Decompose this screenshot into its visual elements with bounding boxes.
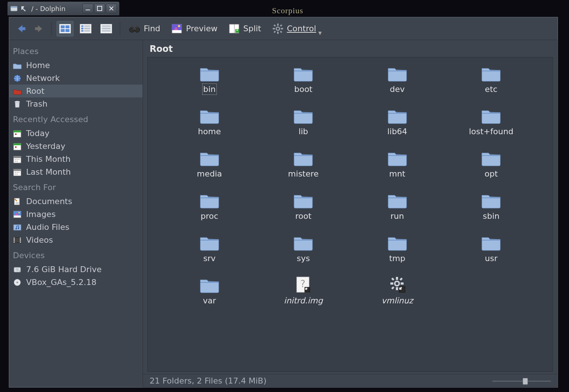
file-item-label: sys	[297, 254, 310, 263]
view-compact-button[interactable]	[77, 21, 94, 36]
sidebar-item-images[interactable]: Images	[9, 208, 143, 221]
sidebar-item-trash[interactable]: Trash	[9, 97, 143, 110]
audio-icon	[13, 223, 22, 231]
folder-icon	[481, 65, 501, 82]
svg-rect-23	[273, 24, 276, 26]
file-item[interactable]: opt	[458, 149, 524, 178]
file-item-label: opt	[484, 169, 498, 178]
file-item[interactable]: sbin	[458, 192, 524, 221]
svg-rect-51	[15, 202, 19, 203]
file-item[interactable]: var	[176, 276, 243, 305]
svg-rect-82	[391, 278, 394, 281]
file-view[interactable]: binbootdevetchomeliblib64lost+foundmedia…	[147, 57, 553, 372]
trash-icon	[13, 100, 22, 108]
file-item[interactable]: tmp	[364, 234, 430, 263]
svg-rect-78	[396, 277, 398, 280]
view-icons-button[interactable]	[57, 21, 74, 36]
location-header: Root	[143, 40, 558, 57]
toolbar-divider	[51, 22, 51, 35]
constellation-label: Scorpius	[272, 6, 303, 15]
file-item[interactable]: proc	[176, 192, 243, 221]
file-item[interactable]: srv	[176, 234, 243, 263]
split-icon	[229, 23, 240, 34]
sidebar-item-this-month[interactable]: This Month	[9, 153, 143, 165]
sidebar-item-7-6-gib-hard-drive[interactable]: 7.6 GiB Hard Drive	[9, 263, 143, 276]
file-item[interactable]: sys	[270, 234, 336, 263]
file-item[interactable]: bin	[176, 65, 243, 94]
svg-rect-46	[17, 172, 18, 173]
zoom-slider[interactable]	[492, 378, 551, 384]
folder-icon	[293, 234, 314, 251]
file-item-label: etc	[485, 85, 497, 94]
file-item[interactable]: mnt	[364, 149, 430, 178]
svg-rect-57	[14, 225, 21, 230]
svg-rect-38	[15, 159, 16, 160]
file-item[interactable]: home	[176, 107, 243, 136]
svg-rect-63	[14, 238, 15, 239]
file-item[interactable]: mistere	[270, 149, 336, 178]
maximize-button[interactable]	[94, 4, 105, 13]
sidebar-item-label: Videos	[26, 235, 53, 245]
sidebar-item-label: VBox_GAs_5.2.18	[26, 278, 96, 287]
forward-button[interactable]	[32, 22, 46, 35]
network-globe-icon	[13, 74, 22, 82]
file-item[interactable]: media	[176, 149, 243, 178]
svg-rect-48	[15, 174, 16, 175]
file-item[interactable]: lost+found	[458, 107, 524, 136]
window-titlebar[interactable]: / - Dolphin	[7, 1, 119, 15]
svg-rect-40	[18, 159, 19, 160]
svg-rect-41	[15, 161, 16, 162]
svg-rect-45	[15, 172, 16, 173]
calendar-day-icon	[13, 142, 22, 150]
file-item[interactable]: usr	[458, 234, 524, 263]
split-button[interactable]: Split	[225, 21, 265, 36]
pin-icon[interactable]	[19, 4, 28, 13]
file-item[interactable]: dev	[364, 65, 430, 94]
sidebar-item-root[interactable]: Root	[9, 85, 143, 97]
file-item-label: tmp	[389, 254, 405, 263]
file-item[interactable]: lib	[270, 107, 336, 136]
sidebar-item-videos[interactable]: Videos	[9, 234, 143, 246]
close-button[interactable]	[106, 4, 117, 13]
file-item[interactable]: vmlinuz	[364, 276, 430, 305]
svg-rect-19	[277, 24, 279, 26]
sidebar-item-audio-files[interactable]: Audio Files	[9, 221, 143, 234]
svg-rect-20	[277, 32, 279, 34]
svg-point-56	[18, 212, 20, 213]
sidebar-item-last-month[interactable]: Last Month	[9, 165, 143, 178]
file-item[interactable]: run	[364, 192, 430, 221]
sidebar-item-network[interactable]: Network	[9, 72, 143, 85]
sidebar-item-yesterday[interactable]: Yesterday	[9, 140, 143, 153]
sidebar-item-label: Last Month	[26, 167, 71, 177]
file-item[interactable]: boot	[270, 65, 336, 94]
svg-rect-65	[14, 241, 15, 242]
control-button[interactable]: Control ▼	[269, 21, 326, 36]
view-details-button[interactable]	[98, 21, 115, 36]
svg-rect-49	[17, 174, 18, 175]
sidebar-item-today[interactable]: Today	[9, 127, 143, 140]
sidebar-item-documents[interactable]: Documents	[9, 195, 143, 208]
file-item[interactable]: etc	[458, 65, 524, 94]
documents-icon	[13, 197, 22, 206]
sidebar-item-label: Home	[26, 61, 50, 70]
file-item[interactable]: root	[270, 192, 336, 221]
file-item-label: run	[390, 211, 404, 221]
calendar-day-icon	[13, 129, 22, 138]
file-item-label: media	[197, 169, 222, 178]
find-button[interactable]: Find	[125, 21, 164, 36]
sidebar-item-vbox-gas-5-2-18[interactable]: VBox_GAs_5.2.18	[9, 276, 143, 289]
svg-rect-67	[20, 240, 21, 240]
preview-button[interactable]: Preview	[168, 21, 221, 36]
sidebar-item-home[interactable]: Home	[9, 59, 143, 72]
back-button[interactable]	[14, 22, 28, 35]
folder-icon	[199, 234, 220, 251]
file-item[interactable]: ?initrd.img	[270, 276, 336, 305]
harddrive-icon	[13, 266, 22, 274]
optical-icon	[13, 278, 22, 286]
file-item[interactable]: lib64	[364, 107, 430, 136]
svg-rect-6	[133, 28, 136, 30]
minimize-button[interactable]	[82, 4, 93, 13]
svg-point-71	[19, 270, 20, 271]
svg-rect-42	[17, 161, 18, 162]
file-item-label: dev	[390, 85, 405, 94]
